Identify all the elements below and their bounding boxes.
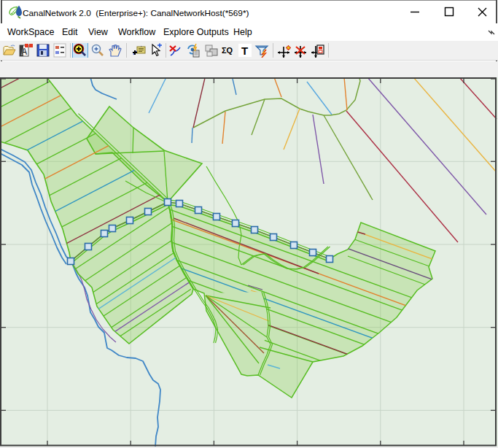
- svg-text:ΣQ: ΣQ: [222, 46, 233, 55]
- svg-text:T: T: [241, 45, 248, 57]
- svg-text:A: A: [21, 47, 28, 57]
